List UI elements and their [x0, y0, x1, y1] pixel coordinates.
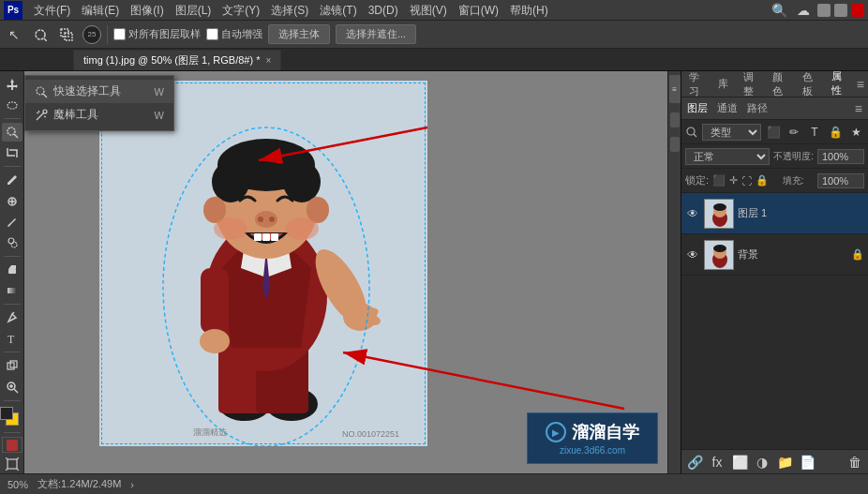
layer-type-select[interactable]: 类型: [702, 124, 761, 141]
layer-item-1[interactable]: 👁 图层 1: [681, 193, 868, 234]
svg-rect-15: [7, 288, 17, 293]
menu-bar: Ps 文件(F) 编辑(E) 图像(I) 图层(L) 文字(Y) 选择(S) 滤…: [0, 0, 868, 21]
tab-learn[interactable]: 学习: [685, 68, 707, 100]
new-layer-btn[interactable]: 📄: [798, 453, 816, 472]
crop-tool[interactable]: [2, 143, 22, 162]
options-bar: ↖ 25 对所有图层取样 自动增强 选择主体 选择并遮住...: [0, 21, 868, 49]
marquee-tool[interactable]: [2, 96, 22, 114]
close-btn[interactable]: [851, 4, 864, 17]
panel-toggle-btn[interactable]: ≡: [669, 75, 681, 103]
document-tab[interactable]: timg (1).jpg @ 50% (图层 1, RGB/8#) * ×: [73, 50, 281, 70]
search-icon[interactable]: 🔍: [769, 0, 789, 21]
menu-file[interactable]: 文件(F): [28, 0, 76, 21]
minimize-btn[interactable]: [817, 4, 831, 17]
flyout-quick-select-label: 快速选择工具: [53, 83, 121, 99]
svg-line-28: [17, 469, 19, 471]
brush-size-indicator[interactable]: 25: [82, 25, 101, 44]
flyout-magic-wand[interactable]: 魔棒工具 W: [25, 103, 173, 127]
sample-all-layers-checkbox[interactable]: 对所有图层取样: [113, 27, 201, 41]
blend-mode-select[interactable]: 正常: [685, 148, 770, 165]
delete-layer-btn[interactable]: 🗑: [846, 453, 864, 472]
layer-1-visibility-icon[interactable]: 👁: [685, 206, 700, 221]
magic-wand-flyout-icon: [35, 109, 48, 122]
link-layers-btn[interactable]: 🔗: [685, 453, 704, 472]
tool-selector-icon[interactable]: ↖: [4, 24, 24, 45]
auto-enhance-checkbox[interactable]: 自动增强: [206, 27, 262, 41]
bg-layer-thumbnail: [704, 240, 734, 270]
text-layer-icon[interactable]: T: [806, 124, 823, 141]
layer-filter-row: 类型 ⬛ ✏ T 🔒 ★: [681, 120, 868, 144]
doc-size-arrow[interactable]: ›: [130, 479, 134, 490]
color-swatch[interactable]: [0, 407, 24, 429]
menu-help[interactable]: 帮助(H): [504, 0, 554, 21]
eraser-tool[interactable]: [2, 261, 22, 279]
layers-tab[interactable]: 图层: [687, 101, 708, 115]
fill-input[interactable]: [817, 173, 864, 188]
lock-pixels-btn[interactable]: ⬛: [712, 174, 726, 187]
lock-all-btn[interactable]: 🔒: [756, 174, 769, 187]
smart-layer-icon[interactable]: ★: [847, 124, 864, 141]
shape-layer-icon[interactable]: 🔒: [827, 124, 844, 141]
adjustment-layer-icon[interactable]: ✏: [786, 124, 802, 141]
add-mask-btn[interactable]: ⬜: [730, 453, 749, 472]
svg-line-25: [6, 457, 7, 459]
svg-point-0: [36, 30, 45, 39]
new-group-btn[interactable]: 📁: [775, 453, 794, 472]
quick-select-icon[interactable]: [30, 24, 51, 45]
lock-artboard-btn[interactable]: ⛶: [741, 175, 752, 187]
tab-color[interactable]: 颜色: [769, 68, 790, 100]
cloud-icon[interactable]: ☁: [793, 0, 814, 21]
expand-btn[interactable]: [670, 137, 680, 152]
select-subject-btn[interactable]: 选择主体: [268, 24, 330, 44]
pixel-layer-icon[interactable]: ⬛: [765, 124, 782, 141]
add-style-btn[interactable]: fx: [708, 453, 726, 472]
quick-select-tool[interactable]: [2, 123, 22, 142]
layers-menu-icon[interactable]: ≡: [855, 101, 862, 116]
svg-line-79: [37, 112, 38, 113]
gradient-tool[interactable]: [2, 281, 22, 300]
canvas-watermark-left: 溜溜精选: [193, 427, 227, 439]
move-tool[interactable]: [2, 75, 22, 94]
svg-rect-13: [8, 269, 16, 274]
right-panel: 学习 库 调整 颜色 色板 属性 ≡ 图层 通道 路径 ≡ 类型 ⬛ ✏ T 🔒…: [681, 71, 868, 473]
zoom-tool[interactable]: [2, 377, 22, 396]
bg-layer-visibility-icon[interactable]: 👁: [685, 247, 700, 262]
menu-layer[interactable]: 图层(L): [170, 0, 217, 21]
menu-text[interactable]: 文字(Y): [217, 0, 265, 21]
add-selection-icon[interactable]: [56, 24, 77, 45]
flyout-quick-select[interactable]: 快速选择工具 W: [25, 80, 173, 103]
tab-adjustments[interactable]: 调整: [740, 68, 761, 100]
menu-select[interactable]: 选择(S): [265, 0, 314, 21]
spot-heal-tool[interactable]: [2, 192, 22, 211]
menu-image[interactable]: 图像(I): [125, 0, 169, 21]
screen-mode-btn[interactable]: [2, 455, 22, 473]
tab-close-btn[interactable]: ×: [265, 55, 271, 66]
menu-view[interactable]: 视图(V): [404, 0, 453, 21]
quick-mask-btn[interactable]: [2, 437, 22, 453]
menu-edit[interactable]: 编辑(E): [76, 0, 125, 21]
collapse-btn[interactable]: [670, 112, 680, 127]
menu-filter[interactable]: 滤镜(T): [314, 0, 362, 21]
shape-tool[interactable]: [2, 356, 22, 375]
menu-3d[interactable]: 3D(D): [363, 0, 404, 21]
lock-position-btn[interactable]: ✛: [729, 174, 738, 187]
layer-1-thumbnail: [704, 199, 734, 229]
paths-tab[interactable]: 路径: [747, 101, 768, 115]
tab-swatches[interactable]: 色板: [799, 68, 820, 100]
pen-tool[interactable]: [2, 308, 22, 327]
new-adjustment-btn[interactable]: ◑: [753, 453, 771, 472]
eyedropper-tool[interactable]: [2, 171, 22, 189]
opacity-input[interactable]: [817, 149, 864, 164]
menu-window[interactable]: 窗口(W): [453, 0, 504, 21]
tab-properties[interactable]: 属性: [828, 67, 849, 101]
layer-item-background[interactable]: 👁 背景 🔒: [681, 234, 868, 276]
tab-library[interactable]: 库: [714, 75, 732, 93]
layers-empty-space: [681, 276, 868, 449]
clone-tool[interactable]: [2, 233, 22, 252]
channels-tab[interactable]: 通道: [717, 101, 738, 115]
text-tool[interactable]: T: [2, 329, 22, 348]
select-and-mask-btn[interactable]: 选择并遮住...: [336, 24, 416, 44]
panel-menu-icon[interactable]: ≡: [857, 77, 864, 92]
maximize-btn[interactable]: [834, 4, 847, 17]
brush-tool[interactable]: [2, 213, 22, 232]
